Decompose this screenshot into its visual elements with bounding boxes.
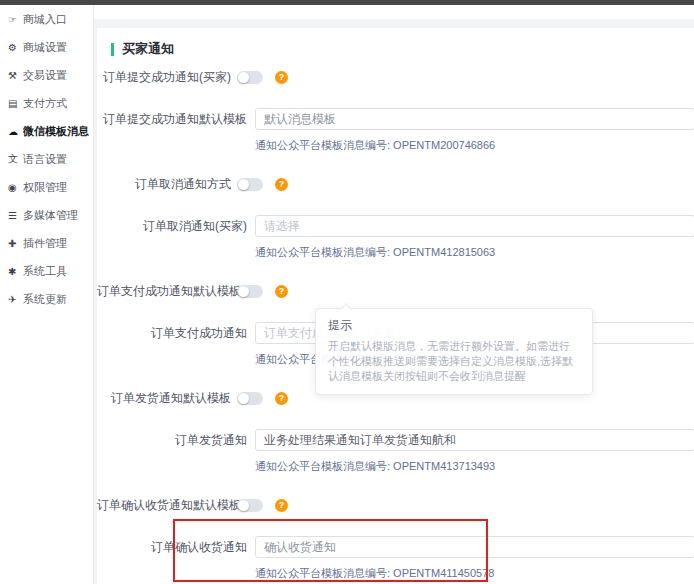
toggle-setting-row: 订单支付成功通知默认模板 ? (97, 284, 694, 298)
setting-label: 订单提交成功通知默认模板 (97, 111, 247, 128)
sidebar-item-permission-management[interactable]: ◉ 权限管理 (0, 173, 93, 201)
setting-label: 订单取消通知(买家) (97, 218, 247, 235)
template-code-helper: 通知公众平台模板消息编号: OPENTM412815063 (255, 246, 694, 258)
hint-tooltip: 提示 开启默认模版消息，无需进行额外设置。如需进行个性化模板推送则需要选择自定义… (315, 308, 593, 395)
template-input[interactable] (255, 108, 694, 130)
sidebar-item-label: 语言设置 (23, 152, 67, 167)
section-title: 买家通知 (122, 40, 174, 58)
sidebar-item-label: 微信模板消息 (23, 124, 89, 139)
system-update-icon: ✈ (8, 294, 23, 305)
input-setting-row: 订单取消通知(买家) 通知公众平台模板消息编号: OPENTM412815063 (97, 215, 694, 258)
sidebar-item-mall-entrance[interactable]: ☞ 商城入口 (0, 5, 93, 33)
setting-label: 订单发货通知 (97, 432, 247, 449)
sidebar-item-wechat-template-message[interactable]: ☁ 微信模板消息 (0, 117, 93, 145)
template-input[interactable] (255, 215, 694, 237)
toggle-switch[interactable] (237, 392, 263, 405)
template-code-helper: 通知公众平台模板消息编号: OPENTM200746866 (255, 139, 694, 151)
toggle-setting-row: 订单提交成功通知(买家) ? (97, 70, 694, 84)
section-accent-bar (111, 43, 114, 56)
sidebar-item-label: 权限管理 (23, 180, 67, 195)
setting-label: 订单提交成功通知(买家) (97, 69, 231, 86)
language-settings-icon: 文 (8, 152, 23, 166)
toggle-switch[interactable] (237, 285, 263, 298)
sidebar-item-label: 支付方式 (23, 96, 67, 111)
help-question-icon[interactable]: ? (275, 499, 288, 512)
help-question-icon[interactable]: ? (275, 178, 288, 191)
sidebar: ☞ 商城入口 ⚙ 商城设置 ⚒ 交易设置 ▤ 支付方式 ☁ 微信模板消息 文 语… (0, 5, 94, 584)
template-code-helper: 通知公众平台模板消息编号: OPENTM411450578 (255, 567, 694, 579)
settings-panel: 买家通知 订单提交成功通知(买家) ? 订单提交成功通知默认模板 通知公众平台模… (97, 28, 694, 584)
sidebar-item-label: 插件管理 (23, 236, 67, 251)
sidebar-item-payment-method[interactable]: ▤ 支付方式 (0, 89, 93, 117)
setting-label: 订单支付成功通知 (97, 325, 247, 342)
setting-label: 订单确认收货通知 (97, 539, 247, 556)
toggle-switch[interactable] (237, 499, 263, 512)
sidebar-item-label: 系统更新 (23, 292, 67, 307)
plugin-management-icon: ✚ (8, 238, 23, 249)
mall-settings-icon: ⚙ (8, 42, 23, 53)
toggle-knob (238, 72, 249, 83)
help-question-icon[interactable]: ? (275, 285, 288, 298)
sidebar-item-language-settings[interactable]: 文 语言设置 (0, 145, 93, 173)
toggle-knob (238, 286, 249, 297)
sidebar-item-multimedia-management[interactable]: ☰ 多媒体管理 (0, 201, 93, 229)
sidebar-item-label: 交易设置 (23, 68, 67, 83)
sidebar-item-system-update[interactable]: ✈ 系统更新 (0, 285, 93, 313)
mall-entrance-icon: ☞ (8, 14, 23, 25)
sidebar-item-label: 系统工具 (23, 264, 67, 279)
top-border-bar (0, 0, 694, 5)
template-input[interactable] (255, 429, 694, 451)
toggle-knob (238, 500, 249, 511)
toggle-switch[interactable] (237, 178, 263, 191)
section-title-row: 买家通知 (111, 40, 694, 58)
sidebar-item-label: 多媒体管理 (23, 208, 78, 223)
header-band (94, 5, 694, 19)
input-setting-row: 订单确认收货通知 通知公众平台模板消息编号: OPENTM411450578 (97, 536, 694, 579)
system-tools-icon: ✱ (8, 266, 23, 277)
sidebar-item-transaction-settings[interactable]: ⚒ 交易设置 (0, 61, 93, 89)
help-question-icon[interactable]: ? (275, 71, 288, 84)
toggle-switch[interactable] (237, 71, 263, 84)
tooltip-body: 开启默认模版消息，无需进行额外设置。如需进行个性化模板推送则需要选择自定义消息模… (328, 339, 580, 384)
sidebar-item-mall-settings[interactable]: ⚙ 商城设置 (0, 33, 93, 61)
setting-label: 订单发货通知默认模板 (97, 390, 231, 407)
template-code-helper: 通知公众平台模板消息编号: OPENTM413713493 (255, 460, 694, 472)
tooltip-title: 提示 (328, 317, 580, 334)
permission-management-icon: ◉ (8, 182, 23, 193)
setting-label: 订单支付成功通知默认模板 (97, 283, 231, 300)
transaction-settings-icon: ⚒ (8, 70, 23, 81)
setting-label: 订单确认收货通知默认模板 (97, 497, 231, 514)
input-setting-row: 订单发货通知 通知公众平台模板消息编号: OPENTM413713493 (97, 429, 694, 472)
setting-label: 订单取消通知方式 (97, 176, 231, 193)
toggle-setting-row: 订单确认收货通知默认模板 ? (97, 498, 694, 512)
input-setting-row: 订单提交成功通知默认模板 通知公众平台模板消息编号: OPENTM2007468… (97, 108, 694, 151)
payment-method-icon: ▤ (8, 98, 23, 109)
wechat-template-message-icon: ☁ (8, 126, 23, 137)
help-question-icon[interactable]: ? (275, 392, 288, 405)
sidebar-item-label: 商城设置 (23, 40, 67, 55)
toggle-setting-row: 订单取消通知方式 ? (97, 177, 694, 191)
toggle-knob (238, 179, 249, 190)
sidebar-item-label: 商城入口 (23, 12, 67, 27)
sidebar-item-plugin-management[interactable]: ✚ 插件管理 (0, 229, 93, 257)
template-input[interactable] (255, 536, 694, 558)
multimedia-management-icon: ☰ (8, 210, 23, 221)
toggle-knob (238, 393, 249, 404)
sidebar-item-system-tools[interactable]: ✱ 系统工具 (0, 257, 93, 285)
